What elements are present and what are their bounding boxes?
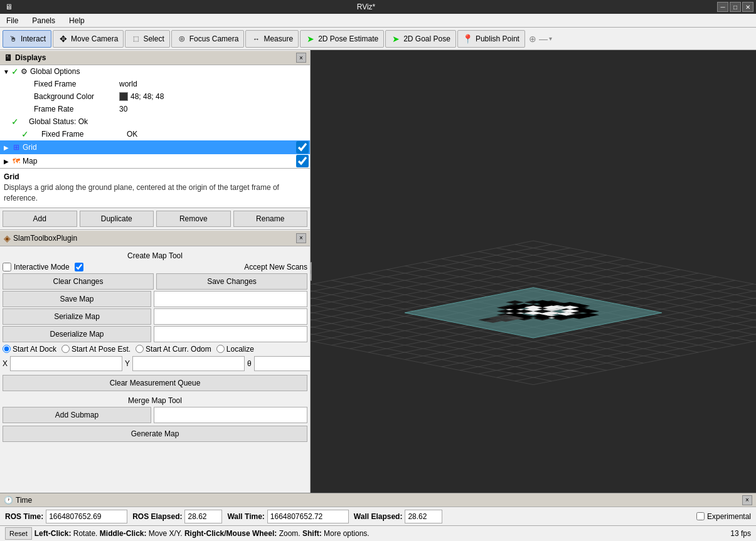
create-map-tool-title: Create Map Tool	[3, 251, 307, 260]
ros-time-input	[46, 510, 127, 523]
displays-icon: 🖥	[4, 53, 13, 63]
clear-measurement-queue-button[interactable]: Clear Measurement Queue	[3, 375, 307, 391]
interact-button[interactable]: 🖱 Interact	[3, 30, 51, 48]
2d-pose-estimate-button[interactable]: ➤ 2D Pose Estimate	[300, 30, 384, 48]
experimental-row: Experimental	[696, 512, 751, 521]
localize-label: Localize	[226, 345, 254, 354]
background-color-swatch[interactable]	[119, 92, 128, 101]
serialize-map-input[interactable]	[154, 308, 307, 325]
start-at-dock-option[interactable]: Start At Dock	[3, 345, 56, 354]
reset-button[interactable]: Reset	[5, 527, 32, 540]
serialize-map-row: Serialize Map	[3, 308, 307, 325]
add-submap-row: Add Submap	[3, 407, 307, 423]
save-map-row: Save Map	[3, 291, 307, 307]
add-submap-button[interactable]: Add Submap	[3, 407, 151, 423]
bottom-panel: 🕐 Time × ROS Time: ROS Elapsed: Wall Tim…	[0, 493, 756, 541]
start-at-pose-est-radio[interactable]	[61, 345, 70, 353]
grid-toggle[interactable]: ▶	[1, 142, 11, 152]
y-input[interactable]	[132, 356, 245, 371]
serialize-map-button[interactable]: Serialize Map	[3, 308, 151, 325]
move-camera-button[interactable]: ✥ Move Camera	[53, 30, 124, 48]
start-at-curr-odom-option[interactable]: Start At Curr. Odom	[136, 345, 211, 354]
frame-rate-value: 30	[119, 105, 309, 113]
menu-help[interactable]: Help	[65, 15, 88, 26]
interactive-mode-left-checkbox[interactable]	[3, 263, 11, 271]
global-status-row[interactable]: ✓ Global Status: Ok	[0, 115, 310, 128]
global-options-toggle[interactable]: ▼	[1, 66, 11, 76]
publish-point-button[interactable]: 📍 Publish Point	[457, 30, 525, 48]
add-submap-input[interactable]	[154, 407, 307, 423]
plugin-close-button[interactable]: ×	[296, 233, 306, 243]
x-input[interactable]	[10, 356, 122, 371]
grid-label: Grid	[23, 143, 296, 152]
add-button[interactable]: Add	[3, 211, 77, 227]
maximize-button[interactable]: □	[730, 2, 741, 12]
more-options-text: More options.	[324, 529, 370, 538]
global-options-row[interactable]: ▼ ✓ ⚙ Global Options	[0, 65, 310, 78]
wall-elapsed-label: Wall Elapsed:	[354, 512, 403, 521]
measure-button[interactable]: ↔ Measure	[245, 30, 299, 48]
main-area: 🖥 Displays × ▼ ✓ ⚙ Global Options	[0, 50, 756, 493]
start-at-dock-radio[interactable]	[3, 345, 11, 353]
left-click-label: Left-Click:	[35, 529, 72, 538]
deserialize-map-button[interactable]: Deserialize Map	[3, 326, 151, 342]
menu-panels[interactable]: Panels	[28, 15, 59, 26]
focus-camera-label: Focus Camera	[189, 34, 239, 43]
time-close-button[interactable]: ×	[742, 495, 752, 505]
interactive-mode-checkbox[interactable]	[75, 263, 83, 271]
minimize-button[interactable]: ─	[717, 2, 728, 12]
close-button[interactable]: ✕	[742, 2, 753, 12]
description-text: Displays a grid along the ground plane, …	[4, 182, 306, 204]
remove-button[interactable]: Remove	[156, 211, 231, 227]
duplicate-button[interactable]: Duplicate	[80, 211, 154, 227]
grid-row[interactable]: ▶ ⊞ Grid	[0, 140, 310, 154]
menu-file[interactable]: File	[3, 15, 22, 26]
fixed-frame-ok-row[interactable]: ✓ Fixed Frame OK	[0, 128, 310, 140]
clear-changes-button[interactable]: Clear Changes	[3, 273, 154, 290]
displays-header: 🖥 Displays ×	[0, 50, 310, 65]
fixed-frame-row[interactable]: Fixed Frame world	[0, 78, 310, 90]
start-at-pose-est-label: Start At Pose Est.	[72, 345, 130, 354]
titlebar: 🖥 RViz* ─ □ ✕	[0, 0, 756, 14]
3d-viewport-canvas[interactable]	[311, 50, 756, 493]
wall-elapsed-group: Wall Elapsed:	[354, 510, 443, 523]
wall-time-label: Wall Time:	[227, 512, 264, 521]
deserialize-map-row: Deserialize Map	[3, 326, 307, 342]
right-click-label: Right-Click/Mouse Wheel:	[184, 529, 277, 538]
goal-pose-icon: ➤	[391, 34, 401, 44]
background-color-row[interactable]: Background Color 48; 48; 48	[0, 90, 310, 103]
y-label: Y	[125, 359, 130, 368]
map-toggle[interactable]: ▶	[1, 156, 11, 166]
focus-camera-button[interactable]: ◎ Focus Camera	[171, 30, 245, 48]
clock-icon: 🕐	[4, 496, 13, 505]
grid-checkbox[interactable]	[296, 141, 309, 154]
deserialize-map-input[interactable]	[154, 326, 307, 342]
map-row[interactable]: ▶ 🗺 Map	[0, 154, 310, 168]
experimental-checkbox[interactable]	[696, 512, 705, 520]
localize-radio[interactable]	[216, 345, 225, 353]
localize-option[interactable]: Localize	[216, 345, 254, 354]
displays-close-button[interactable]: ×	[296, 53, 306, 63]
clear-save-row: Clear Changes Save Changes	[3, 273, 307, 290]
save-map-input[interactable]	[154, 291, 307, 307]
grid-icon: ⊞	[11, 142, 21, 152]
accept-new-scans-label: Accept New Scans	[244, 263, 307, 271]
menubar: File Panels Help	[0, 14, 756, 28]
save-changes-button[interactable]: Save Changes	[156, 273, 307, 290]
frame-rate-row[interactable]: Frame Rate 30	[0, 103, 310, 115]
plugin-icon: ◈	[4, 233, 11, 243]
rename-button[interactable]: Rename	[233, 211, 308, 227]
save-map-button[interactable]: Save Map	[3, 291, 151, 307]
theta-input[interactable]	[254, 356, 310, 371]
2d-goal-pose-button[interactable]: ➤ 2D Goal Pose	[385, 30, 456, 48]
start-at-pose-est-option[interactable]: Start At Pose Est.	[61, 345, 130, 354]
start-at-curr-odom-radio[interactable]	[136, 345, 144, 353]
select-button[interactable]: ⬚ Select	[125, 30, 169, 48]
theta-label: θ	[247, 359, 252, 368]
viewport[interactable]: ◀	[311, 50, 756, 493]
panel-collapse-arrow[interactable]: ◀	[311, 262, 312, 281]
publish-point-label: Publish Point	[476, 34, 519, 43]
map-checkbox[interactable]	[296, 155, 309, 167]
plugin-header-title: ◈ SlamToolboxPlugin	[4, 233, 77, 243]
generate-map-button[interactable]: Generate Map	[3, 426, 307, 442]
